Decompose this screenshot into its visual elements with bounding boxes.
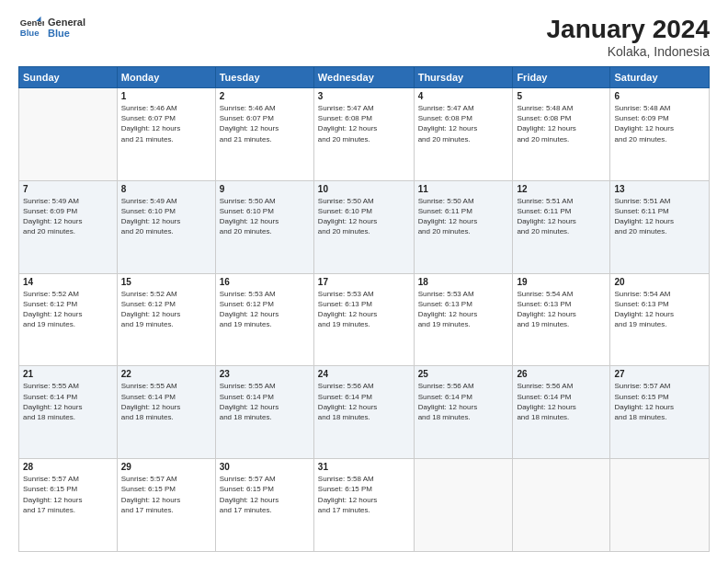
- header-day-thursday: Thursday: [414, 67, 513, 88]
- day-info: Sunrise: 5:55 AMSunset: 6:14 PMDaylight:…: [220, 381, 310, 422]
- header-day-friday: Friday: [513, 67, 610, 88]
- logo-text-blue: Blue: [48, 28, 85, 39]
- day-info: Sunrise: 5:58 AMSunset: 6:15 PMDaylight:…: [318, 474, 410, 515]
- empty-cell: [414, 459, 513, 552]
- day-number: 4: [418, 91, 509, 101]
- day-info: Sunrise: 5:48 AMSunset: 6:09 PMDaylight:…: [614, 103, 705, 144]
- day-number: 29: [121, 462, 211, 472]
- day-info: Sunrise: 5:52 AMSunset: 6:12 PMDaylight:…: [121, 289, 211, 330]
- day-info: Sunrise: 5:53 AMSunset: 6:13 PMDaylight:…: [318, 289, 410, 330]
- day-info: Sunrise: 5:47 AMSunset: 6:08 PMDaylight:…: [318, 103, 410, 144]
- day-number: 21: [23, 369, 113, 379]
- day-info: Sunrise: 5:53 AMSunset: 6:13 PMDaylight:…: [418, 289, 509, 330]
- logo-text-general: General: [48, 17, 85, 28]
- title-block: January 2024 Kolaka, Indonesia: [547, 15, 710, 59]
- day-cell-27: 27Sunrise: 5:57 AMSunset: 6:15 PMDayligh…: [610, 366, 710, 459]
- day-info: Sunrise: 5:56 AMSunset: 6:14 PMDaylight:…: [418, 381, 509, 422]
- header-day-sunday: Sunday: [19, 67, 118, 88]
- day-cell-17: 17Sunrise: 5:53 AMSunset: 6:13 PMDayligh…: [313, 273, 414, 366]
- day-info: Sunrise: 5:56 AMSunset: 6:14 PMDaylight:…: [517, 381, 606, 422]
- week-row-3: 14Sunrise: 5:52 AMSunset: 6:12 PMDayligh…: [19, 273, 710, 366]
- day-number: 30: [220, 462, 310, 472]
- day-cell-10: 10Sunrise: 5:50 AMSunset: 6:10 PMDayligh…: [313, 180, 414, 273]
- header-day-saturday: Saturday: [610, 67, 710, 88]
- page-header: General Blue General Blue January 2024 K…: [18, 15, 710, 59]
- week-row-5: 28Sunrise: 5:57 AMSunset: 6:15 PMDayligh…: [19, 459, 710, 552]
- day-cell-31: 31Sunrise: 5:58 AMSunset: 6:15 PMDayligh…: [313, 459, 414, 552]
- empty-cell: [19, 88, 118, 181]
- day-cell-22: 22Sunrise: 5:55 AMSunset: 6:14 PMDayligh…: [117, 366, 215, 459]
- day-number: 14: [23, 277, 113, 287]
- day-info: Sunrise: 5:57 AMSunset: 6:15 PMDaylight:…: [23, 474, 113, 515]
- day-number: 6: [614, 91, 705, 101]
- day-number: 8: [121, 184, 211, 194]
- day-cell-20: 20Sunrise: 5:54 AMSunset: 6:13 PMDayligh…: [610, 273, 710, 366]
- day-info: Sunrise: 5:55 AMSunset: 6:14 PMDaylight:…: [23, 381, 113, 422]
- day-number: 31: [318, 462, 410, 472]
- day-number: 1: [121, 91, 211, 101]
- day-info: Sunrise: 5:53 AMSunset: 6:12 PMDaylight:…: [220, 289, 310, 330]
- day-info: Sunrise: 5:46 AMSunset: 6:07 PMDaylight:…: [121, 103, 211, 144]
- week-row-4: 21Sunrise: 5:55 AMSunset: 6:14 PMDayligh…: [19, 366, 710, 459]
- logo-icon: General Blue: [18, 15, 44, 40]
- empty-cell: [513, 459, 610, 552]
- day-info: Sunrise: 5:54 AMSunset: 6:13 PMDaylight:…: [614, 289, 705, 330]
- day-number: 7: [23, 184, 113, 194]
- day-info: Sunrise: 5:49 AMSunset: 6:10 PMDaylight:…: [121, 196, 211, 237]
- day-info: Sunrise: 5:55 AMSunset: 6:14 PMDaylight:…: [121, 381, 211, 422]
- day-info: Sunrise: 5:49 AMSunset: 6:09 PMDaylight:…: [23, 196, 113, 237]
- day-info: Sunrise: 5:46 AMSunset: 6:07 PMDaylight:…: [220, 103, 310, 144]
- day-number: 2: [220, 91, 310, 101]
- day-number: 28: [23, 462, 113, 472]
- header-day-tuesday: Tuesday: [215, 67, 313, 88]
- day-cell-28: 28Sunrise: 5:57 AMSunset: 6:15 PMDayligh…: [19, 459, 118, 552]
- day-number: 22: [121, 369, 211, 379]
- header-row: SundayMondayTuesdayWednesdayThursdayFrid…: [19, 67, 710, 88]
- day-info: Sunrise: 5:50 AMSunset: 6:10 PMDaylight:…: [318, 196, 410, 237]
- day-cell-29: 29Sunrise: 5:57 AMSunset: 6:15 PMDayligh…: [117, 459, 215, 552]
- day-cell-18: 18Sunrise: 5:53 AMSunset: 6:13 PMDayligh…: [414, 273, 513, 366]
- day-number: 20: [614, 277, 705, 287]
- day-cell-24: 24Sunrise: 5:56 AMSunset: 6:14 PMDayligh…: [313, 366, 414, 459]
- week-row-1: 1Sunrise: 5:46 AMSunset: 6:07 PMDaylight…: [19, 88, 710, 181]
- logo: General Blue General Blue: [18, 15, 85, 40]
- day-cell-13: 13Sunrise: 5:51 AMSunset: 6:11 PMDayligh…: [610, 180, 710, 273]
- day-cell-12: 12Sunrise: 5:51 AMSunset: 6:11 PMDayligh…: [513, 180, 610, 273]
- day-cell-16: 16Sunrise: 5:53 AMSunset: 6:12 PMDayligh…: [215, 273, 313, 366]
- day-cell-7: 7Sunrise: 5:49 AMSunset: 6:09 PMDaylight…: [19, 180, 118, 273]
- day-info: Sunrise: 5:48 AMSunset: 6:08 PMDaylight:…: [517, 103, 606, 144]
- day-number: 27: [614, 369, 705, 379]
- empty-cell: [610, 459, 710, 552]
- day-info: Sunrise: 5:56 AMSunset: 6:14 PMDaylight:…: [318, 381, 410, 422]
- day-cell-30: 30Sunrise: 5:57 AMSunset: 6:15 PMDayligh…: [215, 459, 313, 552]
- day-cell-15: 15Sunrise: 5:52 AMSunset: 6:12 PMDayligh…: [117, 273, 215, 366]
- day-number: 9: [220, 184, 310, 194]
- calendar-table: SundayMondayTuesdayWednesdayThursdayFrid…: [18, 66, 710, 552]
- day-number: 3: [318, 91, 410, 101]
- day-number: 24: [318, 369, 410, 379]
- day-number: 11: [418, 184, 509, 194]
- header-day-monday: Monday: [117, 67, 215, 88]
- day-number: 10: [318, 184, 410, 194]
- day-cell-4: 4Sunrise: 5:47 AMSunset: 6:08 PMDaylight…: [414, 88, 513, 181]
- day-number: 12: [517, 184, 606, 194]
- day-number: 26: [517, 369, 606, 379]
- day-cell-9: 9Sunrise: 5:50 AMSunset: 6:10 PMDaylight…: [215, 180, 313, 273]
- day-info: Sunrise: 5:54 AMSunset: 6:13 PMDaylight:…: [517, 289, 606, 330]
- day-number: 23: [220, 369, 310, 379]
- week-row-2: 7Sunrise: 5:49 AMSunset: 6:09 PMDaylight…: [19, 180, 710, 273]
- day-cell-11: 11Sunrise: 5:50 AMSunset: 6:11 PMDayligh…: [414, 180, 513, 273]
- day-cell-2: 2Sunrise: 5:46 AMSunset: 6:07 PMDaylight…: [215, 88, 313, 181]
- day-cell-6: 6Sunrise: 5:48 AMSunset: 6:09 PMDaylight…: [610, 88, 710, 181]
- day-number: 25: [418, 369, 509, 379]
- day-info: Sunrise: 5:52 AMSunset: 6:12 PMDaylight:…: [23, 289, 113, 330]
- day-cell-1: 1Sunrise: 5:46 AMSunset: 6:07 PMDaylight…: [117, 88, 215, 181]
- day-cell-8: 8Sunrise: 5:49 AMSunset: 6:10 PMDaylight…: [117, 180, 215, 273]
- day-info: Sunrise: 5:57 AMSunset: 6:15 PMDaylight:…: [121, 474, 211, 515]
- svg-text:Blue: Blue: [20, 28, 40, 38]
- day-number: 19: [517, 277, 606, 287]
- day-cell-23: 23Sunrise: 5:55 AMSunset: 6:14 PMDayligh…: [215, 366, 313, 459]
- page-subtitle: Kolaka, Indonesia: [547, 44, 710, 59]
- day-info: Sunrise: 5:50 AMSunset: 6:11 PMDaylight:…: [418, 196, 509, 237]
- day-number: 18: [418, 277, 509, 287]
